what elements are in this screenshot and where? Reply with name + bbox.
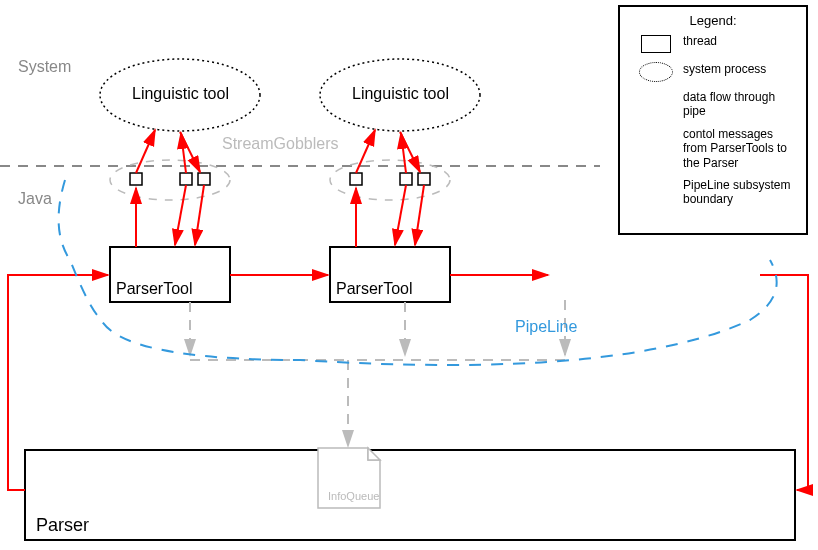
svg-line-24 [395, 185, 406, 245]
legend-control-text: contol messages from ParserTools to the … [683, 127, 798, 170]
parser-label: Parser [36, 515, 89, 536]
legend-row-process: system process [628, 62, 798, 82]
svg-line-16 [180, 132, 200, 172]
thread-symbol-icon [641, 35, 671, 53]
process-symbol-icon [639, 62, 673, 82]
svg-rect-3 [130, 173, 142, 185]
svg-line-22 [195, 185, 204, 245]
parser-tool-label-2: ParserTool [336, 280, 412, 298]
legend-title: Legend: [628, 13, 798, 28]
svg-point-10 [330, 160, 450, 200]
stream-gobblers-label: StreamGobblers [222, 135, 339, 153]
svg-line-25 [415, 185, 424, 245]
legend-row-thread: thread [628, 34, 798, 54]
parser-tool-label-1: ParserTool [116, 280, 192, 298]
legend-row-control: contol messages from ParserTools to the … [628, 127, 798, 170]
svg-point-9 [110, 160, 230, 200]
svg-rect-5 [198, 173, 210, 185]
legend-row-dataflow: data flow through pipe [628, 90, 798, 119]
svg-line-21 [175, 185, 186, 245]
svg-rect-8 [418, 173, 430, 185]
svg-line-19 [400, 132, 420, 172]
pipeline-label: PipeLine [515, 318, 577, 336]
legend-pipeline-text: PipeLine subsystem boundary [683, 178, 798, 207]
section-system-label: System [18, 58, 71, 76]
linguistic-tool-label-1: Linguistic tool [132, 85, 229, 103]
legend-dataflow-text: data flow through pipe [683, 90, 798, 119]
svg-rect-7 [400, 173, 412, 185]
section-java-label: Java [18, 190, 52, 208]
info-queue-label: InfoQueue [328, 490, 379, 502]
legend-process-text: system process [683, 62, 798, 76]
svg-line-15 [181, 133, 186, 173]
legend: Legend: thread system process data flow … [618, 5, 808, 235]
linguistic-tool-label-2: Linguistic tool [352, 85, 449, 103]
svg-rect-4 [180, 173, 192, 185]
svg-rect-6 [350, 173, 362, 185]
legend-thread-text: thread [683, 34, 798, 48]
svg-line-14 [136, 130, 155, 173]
svg-line-18 [401, 133, 406, 173]
legend-row-pipeline: PipeLine subsystem boundary [628, 178, 798, 207]
svg-rect-13 [25, 450, 795, 540]
svg-line-17 [356, 130, 375, 173]
